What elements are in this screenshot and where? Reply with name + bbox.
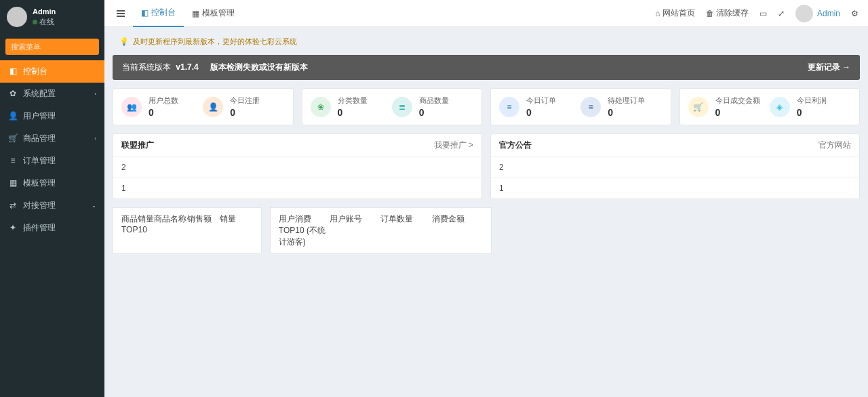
panel-action-link[interactable]: 我要推广 > <box>434 140 473 151</box>
topbar: ◧ 控制台 ▦ 模板管理 ⌂ 网站首页 🗑 清除缓存 ▭ ⤢ Admin ⚙ <box>104 0 868 27</box>
trash-icon: 🗑 <box>706 9 714 18</box>
sidebar: Admin 在线 ◧ 控制台 ✿ 系统配置 ‹ 👤 用户管理 🛒 <box>0 0 104 397</box>
home-icon: ⌂ <box>655 9 660 18</box>
tab-templates[interactable]: ▦ 模板管理 <box>184 0 243 27</box>
stat-card: 👥 用户总数0 👤 今日注册0 <box>113 88 294 125</box>
panel-notice: 官方公告 官方网站 2 1 <box>490 133 860 199</box>
stat-card: ≡ 今日订单0 ≡ 待处理订单0 <box>490 88 671 125</box>
tab-dashboard[interactable]: ◧ 控制台 <box>133 0 184 27</box>
dashboard-icon: ◧ <box>141 8 149 18</box>
version-prefix: 当前系统版本 <box>122 62 171 72</box>
template-icon: ▦ <box>192 9 199 18</box>
sidebar-item-dashboard[interactable]: ◧ 控制台 <box>0 60 104 83</box>
sidebar-menu: ◧ 控制台 ✿ 系统配置 ‹ 👤 用户管理 🛒 商品管理 ‹ ≡ 订单管理 ▦ … <box>0 60 104 239</box>
th: 订单数量 <box>380 213 431 248</box>
leaf-icon: ❀ <box>311 97 331 117</box>
avatar <box>7 7 27 27</box>
bulb-icon: 💡 <box>119 37 129 46</box>
list-item[interactable]: 2 <box>491 157 859 178</box>
pending-icon: ≡ <box>580 97 601 117</box>
list-icon: ≣ <box>392 97 412 117</box>
list-item[interactable]: 1 <box>113 178 481 198</box>
sidebar-item-plugins[interactable]: ✦ 插件管理 <box>0 217 104 239</box>
sidebar-user-name: Admin <box>33 7 56 17</box>
main: ◧ 控制台 ▦ 模板管理 ⌂ 网站首页 🗑 清除缓存 ▭ ⤢ Admin ⚙ <box>104 0 868 397</box>
topbar-right: ⌂ 网站首页 🗑 清除缓存 ▭ ⤢ Admin ⚙ <box>650 0 864 27</box>
th: 用户消费TOP10 (不统计游客) <box>279 213 330 248</box>
search-input[interactable] <box>5 39 99 55</box>
sidebar-user-panel: Admin 在线 <box>0 0 104 35</box>
stat-card: ❀ 分类数量0 ≣ 商品数量0 <box>302 88 483 125</box>
list-item[interactable]: 2 <box>113 157 481 178</box>
list-icon: ≡ <box>8 156 18 165</box>
status-dot-icon <box>33 20 37 24</box>
sidebar-item-templates[interactable]: ▦ 模板管理 <box>0 172 104 194</box>
template-icon: ▦ <box>8 178 18 188</box>
th: 用户账号 <box>330 213 380 248</box>
user-icon: 👤 <box>8 111 18 121</box>
tables-row: 商品销量TOP10 商品名称 销售额 销量 用户消费TOP10 (不统计游客) … <box>113 207 860 254</box>
sidebar-user-status: 在线 <box>33 17 56 27</box>
update-alert: 💡 及时更新程序到最新版本，更好的体验七彩云系统 <box>113 33 860 51</box>
th: 商品名称 <box>154 213 186 248</box>
panel-action-link[interactable]: 官方网站 <box>818 140 851 151</box>
gear-icon: ✿ <box>8 89 18 98</box>
settings-button[interactable]: ⚙ <box>846 0 864 27</box>
table-consume-header: 用户消费TOP10 (不统计游客) 用户账号 订单数量 消费金额 <box>270 207 492 254</box>
panel-promo: 联盟推广 我要推广 > 2 1 <box>113 133 482 199</box>
alert-text: 及时更新程序到最新版本，更好的体验七彩云系统 <box>133 37 297 47</box>
update-history-link[interactable]: 更新记录 → <box>808 62 850 73</box>
sidebar-item-integration[interactable]: ⇄ 对接管理 ⌄ <box>0 194 104 217</box>
stats-row: 👥 用户总数0 👤 今日注册0 ❀ 分类数量0 ≣ 商品数量0 <box>113 88 860 125</box>
cart-icon: 🛒 <box>8 133 18 143</box>
stat-card: 🛒 今日成交金额0 ◈ 今日利润0 <box>679 88 861 125</box>
connect-icon: ⇄ <box>8 201 18 210</box>
dashboard-icon: ◧ <box>8 66 18 76</box>
panels-row: 联盟推广 我要推广 > 2 1 官方公告 官方网站 2 1 <box>113 133 860 199</box>
sidebar-item-users[interactable]: 👤 用户管理 <box>0 105 104 127</box>
avatar <box>795 5 813 22</box>
order-icon: ≡ <box>499 97 519 117</box>
diamond-icon: ◈ <box>770 97 790 117</box>
clear-cache-link[interactable]: 🗑 清除缓存 <box>701 0 754 27</box>
user-plus-icon: 👤 <box>203 97 223 117</box>
hamburger-button[interactable] <box>108 0 133 27</box>
users-icon: 👥 <box>121 97 142 117</box>
table-sales-header: 商品销量TOP10 商品名称 销售额 销量 <box>113 207 262 254</box>
topbar-tabs: ◧ 控制台 ▦ 模板管理 <box>133 0 243 27</box>
version-number: v1.7.4 <box>176 62 198 72</box>
th: 商品销量TOP10 <box>121 213 154 248</box>
cart-icon: 🛒 <box>688 97 709 117</box>
topbar-user-chip[interactable]: Admin <box>790 5 846 22</box>
content: 💡 及时更新程序到最新版本，更好的体验七彩云系统 当前系统版本 v1.7.4 版… <box>104 27 868 397</box>
th: 销量 <box>220 213 252 248</box>
panel-title: 官方公告 <box>499 140 532 151</box>
topbar-icon-1[interactable]: ▭ <box>754 0 772 27</box>
plugin-icon: ✦ <box>8 223 18 232</box>
panel-title: 联盟推广 <box>121 140 154 151</box>
hamburger-icon <box>117 10 125 17</box>
version-bar: 当前系统版本 v1.7.4 版本检测失败或没有新版本 更新记录 → <box>113 55 860 80</box>
site-home-link[interactable]: ⌂ 网站首页 <box>650 0 701 27</box>
sidebar-item-system[interactable]: ✿ 系统配置 ‹ <box>0 83 104 105</box>
th: 销售额 <box>187 213 220 248</box>
fullscreen-button[interactable]: ⤢ <box>772 0 790 27</box>
topbar-user-name: Admin <box>817 9 840 18</box>
list-item[interactable]: 1 <box>491 178 859 198</box>
sidebar-item-orders[interactable]: ≡ 订单管理 <box>0 150 104 172</box>
sidebar-search[interactable] <box>5 39 99 55</box>
sidebar-item-products[interactable]: 🛒 商品管理 ‹ <box>0 127 104 150</box>
th: 消费金额 <box>432 213 483 248</box>
version-status: 版本检测失败或没有新版本 <box>210 62 308 72</box>
